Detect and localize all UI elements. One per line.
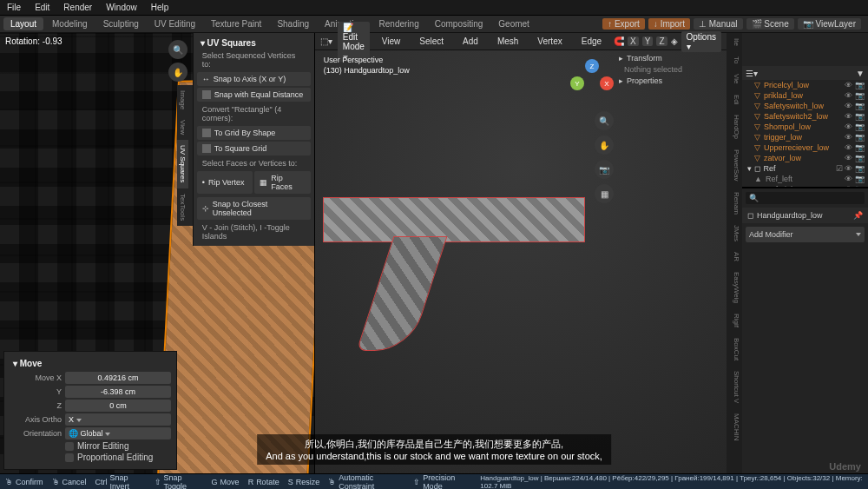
export-button[interactable]: ↑ Export: [602, 18, 645, 30]
outliner-item[interactable]: ▽Safetyswitch_low👁 📷: [742, 101, 868, 111]
gizmo-z[interactable]: Z: [585, 59, 599, 73]
axisortho-dropdown[interactable]: X: [65, 413, 171, 426]
tab-modeling[interactable]: Modeling: [45, 17, 95, 30]
axis-z[interactable]: Z: [656, 36, 667, 46]
visibility-icons[interactable]: 👁 📷: [845, 102, 865, 110]
menu-edit[interactable]: Edit: [28, 3, 56, 12]
outliner-item[interactable]: ▽Shompol_low👁 📷: [742, 122, 868, 132]
tab-sculpting[interactable]: Sculpting: [96, 17, 146, 30]
vtab-machin3[interactable]: MACHIN: [727, 408, 742, 446]
vtab-shortcut[interactable]: Shortcut V: [727, 366, 742, 408]
object-breadcrumb[interactable]: ◻ Handguardtop_low 📌: [742, 208, 868, 223]
collection-toggle[interactable]: ☑ 👁 📷: [836, 164, 865, 173]
rip-vertex-button[interactable]: • Rip Vertex: [197, 171, 253, 194]
rip-faces-button[interactable]: ▦ Rip Faces: [254, 171, 311, 194]
vtab-item[interactable]: Ite: [727, 33, 742, 51]
menu-help[interactable]: Help: [144, 3, 176, 12]
visibility-icons[interactable]: 👁 📷: [845, 154, 865, 162]
outliner-item[interactable]: ▽zatvor_low👁 📷: [742, 153, 868, 163]
movex-input[interactable]: 0.49216 cm: [65, 372, 171, 384]
pan-icon[interactable]: ✋: [168, 63, 187, 82]
visibility-icons[interactable]: 👁 📷: [845, 91, 865, 100]
square-grid-button[interactable]: To Square Grid: [197, 142, 311, 155]
zoom-icon[interactable]: 🔍: [595, 111, 614, 130]
vtab-hardops[interactable]: HardOp: [727, 109, 742, 144]
filter-icon[interactable]: ▼: [856, 69, 865, 78]
zoom-icon[interactable]: 🔍: [168, 40, 187, 59]
vp-menu-mesh[interactable]: Mesh: [490, 36, 525, 46]
tab-rendering[interactable]: Rendering: [372, 17, 426, 30]
outliner-type-icon[interactable]: ☰▾: [746, 69, 758, 78]
visibility-icons[interactable]: 👁 📷: [845, 81, 865, 89]
viewlayer-dropdown[interactable]: 📷 ViewLayer: [798, 18, 861, 30]
pan-icon[interactable]: ✋: [595, 135, 614, 155]
menu-render[interactable]: Render: [56, 3, 99, 12]
gizmo-y[interactable]: Y: [570, 76, 584, 90]
vp-menu-add[interactable]: Add: [456, 36, 485, 46]
scene-dropdown[interactable]: 🎬 Scene: [746, 18, 794, 30]
uv-editor[interactable]: Rotation: -0.93 🔍 ✋ ▾ UV Squares Select …: [0, 33, 314, 473]
visibility-icons[interactable]: 👁 📷: [845, 112, 865, 121]
vtab-ar[interactable]: AR: [727, 247, 742, 267]
outliner-item[interactable]: ▽Pricelcyl_low👁 📷: [742, 80, 868, 90]
vp-menu-select[interactable]: Select: [412, 36, 450, 46]
gizmo-x[interactable]: X: [600, 76, 614, 90]
grid-shape-button[interactable]: To Grid By Shape: [197, 126, 311, 140]
options-dropdown[interactable]: Options ▾: [681, 31, 721, 52]
outliner-collection[interactable]: ▾ ◻Ref☑ 👁 📷: [742, 163, 868, 174]
transform-section[interactable]: ▸ Transform: [619, 54, 723, 63]
mirror-checkbox[interactable]: [65, 442, 74, 451]
vtab-boxcutter[interactable]: BoxCut: [727, 333, 742, 366]
snap-closest-button[interactable]: ⊹ Snap to Closest Unselected: [197, 197, 311, 220]
outliner-item[interactable]: ▲Ref_left👁 📷: [742, 174, 868, 184]
orientation-dropdown[interactable]: 🌐 Global: [65, 427, 171, 439]
snap-axis-button[interactable]: ↔ Snap to Axis (X or Y): [197, 72, 311, 86]
vp-menu-vertex[interactable]: Vertex: [530, 36, 569, 46]
manual-button[interactable]: ⊥ Manual: [694, 18, 743, 30]
tab-shading[interactable]: Shading: [270, 17, 316, 30]
vtab-jmesh[interactable]: JMes: [727, 220, 742, 247]
vp-menu-view[interactable]: View: [375, 36, 408, 46]
editor-type-icon[interactable]: ⬚▾: [320, 36, 332, 46]
vtab-tool[interactable]: To: [727, 51, 742, 69]
vtab-view[interactable]: Vie: [727, 69, 742, 89]
ntab-textools[interactable]: TexTools: [177, 188, 188, 226]
perspective-icon[interactable]: ▦: [595, 184, 614, 203]
visibility-icons[interactable]: 👁 📷: [845, 143, 865, 152]
vtab-edit[interactable]: Edi: [727, 89, 742, 110]
outliner-item[interactable]: ▽priklad_low👁 📷: [742, 90, 868, 101]
vtab-rename[interactable]: Renam: [727, 187, 742, 220]
ntab-image[interactable]: Image: [177, 85, 188, 115]
vtab-powersave[interactable]: PowerSav: [727, 144, 742, 186]
snap-icon[interactable]: 🧲: [614, 36, 624, 46]
tab-compositing[interactable]: Compositing: [428, 17, 490, 30]
import-button[interactable]: ↓ Import: [648, 18, 690, 30]
visibility-icons[interactable]: 👁 📷: [845, 133, 865, 142]
properties-search[interactable]: [746, 192, 865, 204]
camera-icon[interactable]: 📷: [595, 160, 614, 179]
add-modifier-button[interactable]: Add Modifier: [746, 227, 865, 242]
movez-input[interactable]: 0 cm: [65, 400, 171, 412]
movey-input[interactable]: -6.398 cm: [65, 386, 171, 398]
visibility-icons[interactable]: 👁 📷: [845, 122, 865, 131]
tab-uvediting[interactable]: UV Editing: [148, 17, 202, 30]
menu-window[interactable]: Window: [99, 3, 144, 12]
visibility-icons[interactable]: 👁 📷: [845, 175, 865, 183]
outliner-item[interactable]: ▽Safetyswitch2_low👁 📷: [742, 111, 868, 122]
menu-file[interactable]: File: [0, 3, 28, 12]
vtab-easyweight[interactable]: EasyWeig: [727, 267, 742, 308]
ntab-view[interactable]: View: [177, 115, 188, 140]
overlays-icon[interactable]: ◈: [671, 36, 678, 46]
nav-gizmo[interactable]: Z Y X: [570, 59, 614, 102]
tab-texturepaint[interactable]: Texture Paint: [204, 17, 268, 30]
ntab-uvsquares[interactable]: UV Squares: [177, 140, 188, 188]
properties-section[interactable]: ▸ Properties: [619, 76, 723, 85]
3d-viewport[interactable]: ⬚▾ 📝 Edit Mode View Select Add Mesh Vert…: [314, 33, 727, 473]
proportional-checkbox[interactable]: [65, 453, 74, 462]
pin-icon[interactable]: 📌: [853, 211, 863, 220]
outliner-item[interactable]: ▽trigger_low👁 📷: [742, 132, 868, 142]
tab-geometry[interactable]: Geomet: [491, 17, 536, 30]
outliner-item[interactable]: ▽Upperreciever_low👁 📷: [742, 142, 868, 153]
axis-x[interactable]: X: [628, 36, 639, 46]
vp-menu-edge[interactable]: Edge: [575, 36, 608, 46]
